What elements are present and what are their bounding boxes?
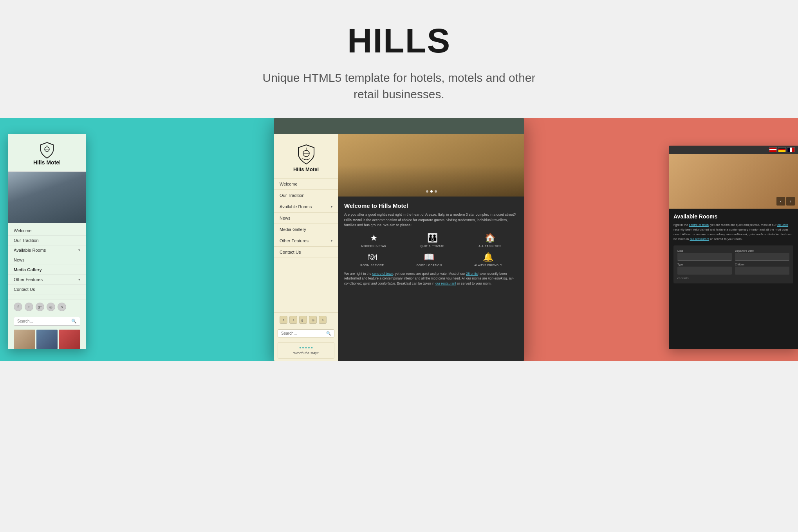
cp-facebook-icon[interactable]: f (280, 316, 287, 324)
rp-centre-link[interactable]: centre of town (689, 223, 709, 227)
cp-nav: Welcome Our Tradition Available Rooms ▾ … (274, 179, 338, 312)
rp-type-input[interactable] (677, 267, 732, 274)
lp-search-input[interactable] (17, 319, 71, 323)
rp-children-label: Children (735, 263, 789, 266)
cp-nav-tradition[interactable]: Our Tradition (274, 190, 338, 201)
cp-review-stars: ● ● ● ● ● (281, 346, 331, 350)
rp-departure-field: Departure Date (735, 249, 789, 261)
cp-top-bar (274, 118, 524, 134)
lp-photo-1 (14, 330, 35, 349)
rp-type-row: Type Children (677, 263, 789, 274)
rp-date-label: Date (677, 249, 732, 252)
cp-search-bar[interactable]: 🔍 (278, 329, 334, 337)
cp-nav-welcome[interactable]: Welcome (274, 179, 338, 190)
cp-search-icon: 🔍 (326, 331, 331, 335)
cp-review-widget: ● ● ● ● ● "Worth the stay!" (278, 342, 334, 359)
cp-dot-2 (430, 190, 433, 193)
centre-of-town-link[interactable]: centre of town (372, 272, 393, 276)
cp-icon-private: 👪 QUIT & PRIVATE (421, 233, 444, 247)
main-title: HILLS (8, 23, 790, 58)
cp-logo-shield (296, 144, 316, 163)
rp-date-row: Date Departure Date (677, 249, 789, 261)
rp-inner: ‹ › Available Rooms right in the centre … (669, 146, 798, 349)
rp-units-link[interactable]: 28 units (777, 223, 788, 227)
rp-departure-label: Departure Date (735, 249, 789, 252)
lp-hero-bg (8, 172, 86, 223)
cp-nav-features[interactable]: Other Features ▾ (274, 235, 338, 247)
panel-center: Hills Motel Welcome Our Tradition Availa… (274, 118, 524, 361)
lp-nav-news[interactable]: News (8, 255, 86, 265)
cp-body-text: We are right in the centre of town, yet … (344, 271, 518, 286)
lp-nav-tradition[interactable]: Our Tradition (8, 236, 86, 245)
cp-icon-3star: ★ MODERN 3-STAR (361, 233, 386, 247)
cp-search-input[interactable] (281, 331, 326, 335)
lp-photo-3 (59, 330, 80, 349)
cp-twitter-icon[interactable]: t (289, 316, 297, 324)
cp-review-quote: "Worth the stay!" (281, 351, 331, 355)
rp-children-input[interactable] (735, 267, 789, 274)
cp-instagram-icon[interactable]: ◎ (309, 316, 317, 324)
cp-hero-image (338, 134, 524, 197)
lp-nav-contact[interactable]: Contact Us (8, 285, 86, 294)
search-icon: 🔍 (71, 319, 77, 324)
rp-children-field: Children (735, 263, 789, 274)
cp-content-title: Welcome to Hills Motel (344, 202, 518, 209)
cp-icon-location: 📖 GOOD LOCATION (416, 252, 442, 267)
instagram-icon[interactable]: ◎ (47, 303, 55, 311)
flag-fr-icon[interactable] (787, 147, 795, 152)
skype-icon[interactable]: s (58, 303, 66, 311)
rp-section-title: Available Rooms (673, 213, 793, 220)
lp-nav-gallery[interactable]: Media Gallery (8, 265, 86, 275)
googleplus-icon[interactable]: g+ (36, 303, 44, 311)
lp-header: Hills Motel (8, 134, 86, 172)
cp-rooms-chevron: ▾ (331, 205, 332, 209)
rp-prev-arrow[interactable]: ‹ (776, 197, 785, 206)
cp-icon-roomservice: 🍽 ROOM SERVICE (360, 252, 384, 267)
cp-main-content: Welcome to Hills Motel Are you after a g… (338, 134, 524, 361)
rp-available-rooms-title: Available Rooms (673, 213, 717, 220)
cp-nav-gallery[interactable]: Media Gallery (274, 224, 338, 235)
cp-sb-header: Hills Motel (274, 134, 338, 179)
cp-skype-icon[interactable]: s (319, 316, 327, 324)
rp-flag-bar (669, 146, 798, 154)
flag-de-icon[interactable] (778, 147, 786, 152)
rp-next-arrow[interactable]: › (786, 197, 795, 206)
lp-search-bar[interactable]: 🔍 (14, 317, 80, 326)
cp-icon-facilities: 🏠 ALL FACILITIES (478, 233, 501, 247)
rp-content: Available Rooms right in the centre of t… (669, 209, 798, 349)
lp-brand-name: Hills Motel (14, 159, 80, 166)
cp-gplus-icon[interactable]: g+ (299, 316, 307, 324)
panel-right: ‹ › Available Rooms right in the centre … (669, 146, 798, 349)
rp-restaurant-link[interactable]: our restaurant (690, 237, 709, 241)
rp-hero-image: ‹ › (669, 154, 798, 209)
cp-hero-dots (426, 190, 437, 193)
logo-shield-icon (39, 142, 55, 157)
flag-us-icon[interactable] (769, 147, 777, 152)
rp-date-field: Date (677, 249, 732, 261)
cp-sidebar: Hills Motel Welcome Our Tradition Availa… (274, 134, 338, 361)
lp-nav-rooms[interactable]: Available Rooms ▾ (8, 245, 86, 255)
lp-nav-welcome[interactable]: Welcome (8, 226, 86, 236)
cp-feature-icons-row2: 🍽 ROOM SERVICE 📖 GOOD LOCATION 🔔 ALWAYS … (344, 252, 518, 267)
cp-icon-friendly: 🔔 ALWAYS FRIENDLY (474, 252, 502, 267)
showcase-area: Hills Motel Welcome Our Tradition Availa… (0, 118, 798, 361)
cp-features-chevron: ▾ (331, 239, 332, 243)
rp-date-input[interactable] (677, 253, 732, 261)
cp-nav-news[interactable]: News (274, 213, 338, 224)
units-link[interactable]: 28 units (466, 272, 478, 276)
rp-departure-input[interactable] (735, 253, 789, 261)
cp-nav-rooms[interactable]: Available Rooms ▾ (274, 201, 338, 213)
cp-sb-brand: Hills Motel (280, 166, 332, 172)
header-section: HILLS Unique HTML5 template for hotels, … (0, 0, 798, 118)
cp-feature-icons-row1: ★ MODERN 3-STAR 👪 QUIT & PRIVATE 🏠 ALL F… (344, 233, 518, 247)
cp-text-content: Welcome to Hills Motel Are you after a g… (338, 197, 524, 361)
restaurant-link[interactable]: our restaurant (435, 281, 456, 285)
lp-nav-features[interactable]: Other Features ▾ (8, 275, 86, 285)
cp-intro-text: Are you after a good night's rest right … (344, 212, 518, 228)
lp-hero-image (8, 172, 86, 223)
lp-photo-2 (36, 330, 58, 349)
facebook-icon[interactable]: f (14, 303, 22, 311)
cp-nav-contact[interactable]: Contact Us (274, 247, 338, 258)
lp-navigation: Welcome Our Tradition Available Rooms ▾ … (8, 223, 86, 298)
twitter-icon[interactable]: t (25, 303, 33, 311)
